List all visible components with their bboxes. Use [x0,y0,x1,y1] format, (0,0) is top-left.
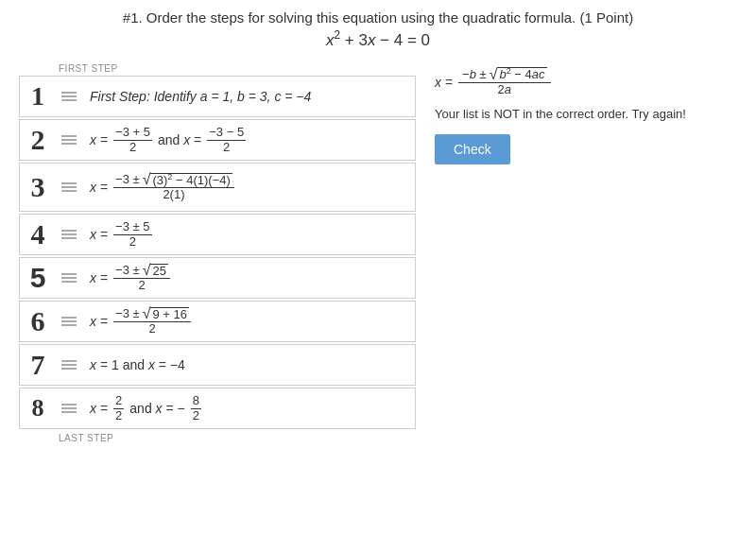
drag-handle-8[interactable] [56,404,82,413]
step-row-4[interactable]: 4 x = −3 ± 5 2 [19,214,416,255]
step-content-4: x = −3 ± 5 2 [82,216,415,252]
step-content-3: x = −3 ± √ (3)2 − 4(1)(−4) 2(1) [82,168,415,205]
step-number-2: 2 [20,126,56,154]
drag-handle-4[interactable] [56,230,82,239]
drag-handle-3[interactable] [56,182,82,192]
error-message: Your list is NOT in the correct order. T… [435,106,737,123]
step-row-7[interactable]: 7 x = 1 and x = −4 [19,344,416,386]
step-number-5: 5 [20,264,56,292]
drag-handle-2[interactable] [56,135,82,145]
step-number-1: 1 [20,83,56,110]
step-content-8: x = 2 2 and x = − 8 2 [82,390,415,426]
quadratic-formula-display: x = −b ± √ b2 − 4ac 2a [435,67,737,96]
step-number-3: 3 [20,173,56,201]
drag-handle-1[interactable] [56,92,82,101]
step-row-2[interactable]: 2 x = −3 + 5 2 and x = −3 − 5 2 [19,119,416,161]
step-content-2: x = −3 + 5 2 and x = −3 − 5 2 [82,122,415,158]
step-number-7: 7 [20,351,56,379]
drag-handle-5[interactable] [56,273,82,283]
steps-column: FIRST STEP 1 First Step: Identify a = 1,… [19,63,416,443]
content-area: FIRST STEP 1 First Step: Identify a = 1,… [19,63,737,443]
first-step-label: FIRST STEP [19,63,416,74]
step-row-1[interactable]: 1 First Step: Identify a = 1, b = 3, c =… [19,76,416,117]
step-number-4: 4 [20,220,56,249]
step-content-7: x = 1 and x = −4 [82,354,415,376]
right-panel: x = −b ± √ b2 − 4ac 2a Your list is NOT … [435,63,737,443]
step-row-6[interactable]: 6 x = −3 ± √ 9 + 16 [19,301,416,342]
check-button[interactable]: Check [435,134,510,164]
page-container: #1. Order the steps for solving this equ… [0,0,756,453]
drag-handle-6[interactable] [56,317,82,326]
last-step-label: LAST STEP [19,433,416,443]
step-row-5[interactable]: 5 x = −3 ± √ 25 [19,257,416,299]
step-row-3[interactable]: 3 x = −3 ± √ (3)2 − 4(1)(−4) [19,163,416,212]
step-number-8: 8 [20,396,56,421]
step-number-6: 6 [20,307,56,336]
step-content-5: x = −3 ± √ 25 2 [82,259,415,296]
step-row-8[interactable]: 8 x = 2 2 and x = − 8 2 [19,388,416,429]
drag-handle-7[interactable] [56,360,82,370]
step-content-6: x = −3 ± √ 9 + 16 2 [82,302,415,339]
step-content-1: First Step: Identify a = 1, b = 3, c = −… [82,85,415,108]
main-equation: x2 + 3x − 4 = 0 [19,31,737,50]
question-title: #1. Order the steps for solving this equ… [19,9,737,26]
